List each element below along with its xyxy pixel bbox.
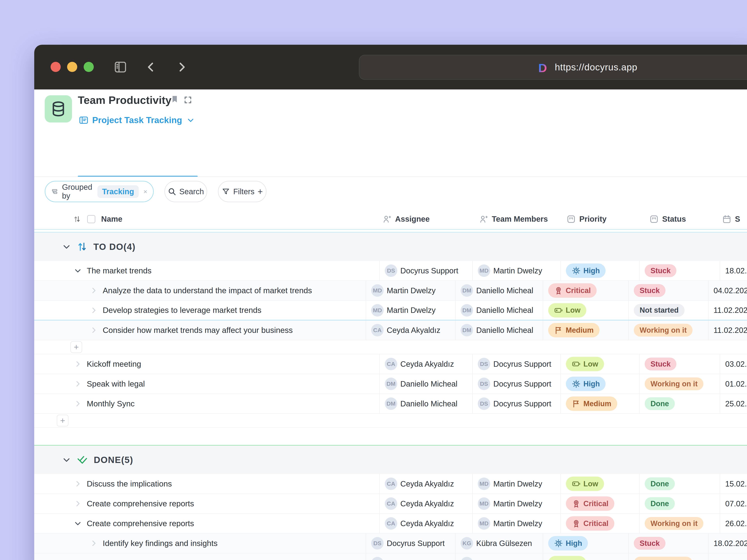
assignee-cell[interactable]: MDMartin Dwelzy: [366, 281, 455, 300]
date-cell[interactable]: 11.02.2024: [708, 320, 747, 340]
assignee-cell[interactable]: MDMartin Dwelzy: [366, 301, 455, 320]
status-cell[interactable]: Stuck: [639, 261, 720, 281]
status-cell[interactable]: Working on it: [628, 320, 708, 340]
subtask-row[interactable]: Analyze the data to understand the impac…: [34, 281, 747, 301]
filters-button[interactable]: Filters +: [218, 181, 266, 202]
date-cell[interactable]: 03.02.2024: [720, 354, 747, 374]
status-cell[interactable]: Not started: [628, 301, 708, 320]
chevron-right-icon[interactable]: [74, 500, 82, 507]
priority-cell[interactable]: Medium: [543, 320, 628, 340]
assignee-cell[interactable]: CACeyda Akyaldız: [379, 354, 472, 374]
priority-cell[interactable]: Medium: [561, 394, 639, 414]
date-cell[interactable]: 18.02.2024: [720, 261, 747, 281]
chevron-down-icon[interactable]: [74, 267, 82, 274]
subtask-row[interactable]: Identify key findings and insights DSDoc…: [34, 534, 747, 553]
add-task-button[interactable]: +: [57, 415, 69, 426]
team-cell[interactable]: DMDaniello Micheal: [455, 301, 543, 320]
team-cell[interactable]: MDMartin Dwelzy: [472, 514, 561, 533]
status-cell[interactable]: Done: [639, 394, 720, 414]
team-cell[interactable]: DMDaniello Micheal: [455, 281, 543, 300]
date-cell[interactable]: 27.02.2024: [708, 553, 747, 560]
task-row[interactable]: The market trends DSDocyrus Support MDMa…: [34, 261, 747, 281]
address-bar[interactable]: D https://docyrus.app: [359, 55, 747, 80]
team-cell[interactable]: DMDaniello Micheal: [455, 320, 543, 340]
status-cell[interactable]: Working on it: [639, 374, 720, 394]
assignee-cell[interactable]: CACeyda Akyaldız: [379, 494, 472, 513]
view-tab-project-task-tracking[interactable]: Project Task Tracking: [79, 115, 195, 125]
add-filter-icon[interactable]: +: [258, 187, 263, 196]
remove-grouping-icon[interactable]: ×: [144, 188, 147, 195]
fullscreen-icon[interactable]: [184, 96, 192, 105]
sort-icon[interactable]: [73, 209, 81, 229]
date-cell[interactable]: 18.02.2024: [708, 534, 747, 553]
date-cell[interactable]: 07.02.2024: [720, 494, 747, 513]
priority-cell[interactable]: High: [561, 374, 639, 394]
close-window-button[interactable]: [51, 62, 61, 72]
task-row[interactable]: Create comprehensive reports CACeyda Aky…: [34, 514, 747, 534]
assignee-cell[interactable]: DSDocyrus Support: [366, 553, 455, 560]
priority-cell[interactable]: Critical: [561, 494, 639, 513]
column-header-priority[interactable]: Priority: [566, 209, 607, 229]
team-cell[interactable]: DSDocyrus Support: [472, 394, 561, 414]
team-cell[interactable]: KGKübra Gülsezen: [455, 553, 543, 560]
bookmark-icon[interactable]: [171, 95, 179, 104]
priority-cell[interactable]: Critical: [561, 514, 639, 533]
maximize-window-button[interactable]: [84, 62, 94, 72]
assignee-cell[interactable]: DMDaniello Micheal: [379, 374, 472, 394]
priority-cell[interactable]: Low: [543, 553, 628, 560]
column-header-status[interactable]: Status: [649, 209, 686, 229]
priority-cell[interactable]: Low: [543, 301, 628, 320]
column-header-team-members[interactable]: Team Members: [479, 209, 548, 229]
chevron-right-icon[interactable]: [74, 360, 82, 368]
assignee-cell[interactable]: DSDocyrus Support: [379, 261, 472, 281]
back-icon[interactable]: [144, 61, 157, 74]
team-cell[interactable]: KGKübra Gülsezen: [455, 534, 543, 553]
select-all-checkbox[interactable]: [87, 209, 95, 229]
date-cell[interactable]: 01.02.2024: [720, 374, 747, 394]
chevron-right-icon[interactable]: [74, 380, 82, 388]
chevron-right-icon[interactable]: [90, 559, 98, 560]
task-row[interactable]: Kickoff meeting CACeyda Akyaldız DSDocyr…: [34, 354, 747, 374]
add-subtask-button[interactable]: +: [71, 341, 82, 353]
subtask-row[interactable]: Consider how market trends may affect yo…: [34, 320, 747, 340]
status-cell[interactable]: Working on it: [639, 514, 720, 533]
sidebar-toggle-icon[interactable]: [113, 60, 127, 75]
column-header-assignee[interactable]: Assignee: [382, 209, 430, 229]
team-cell[interactable]: DSDocyrus Support: [472, 374, 561, 394]
subtask-row-selected[interactable]: Develop strategies to leverage market tr…: [34, 301, 747, 320]
collapse-group-icon[interactable]: [62, 456, 71, 464]
status-cell[interactable]: Stuck: [628, 534, 708, 553]
priority-cell[interactable]: Low: [561, 354, 639, 374]
date-cell[interactable]: 11.02.2024: [708, 301, 747, 320]
chevron-down-icon[interactable]: [74, 519, 82, 527]
collapse-group-icon[interactable]: [62, 242, 71, 251]
group-header-done[interactable]: DONE(5): [34, 446, 747, 474]
grouped-by-value[interactable]: Tracking: [98, 185, 139, 198]
status-cell[interactable]: Working on it: [628, 553, 708, 560]
priority-cell[interactable]: Critical: [543, 281, 628, 300]
task-row[interactable]: Create comprehensive reports CACeyda Aky…: [34, 494, 747, 514]
chevron-right-icon[interactable]: [90, 306, 98, 314]
chevron-right-icon[interactable]: [74, 480, 82, 488]
status-cell[interactable]: Done: [639, 494, 720, 513]
task-row[interactable]: Monthly Sync DMDaniello Micheal DSDocyru…: [34, 394, 747, 414]
assignee-cell[interactable]: CACeyda Akyaldız: [379, 514, 472, 533]
grouped-by-chip[interactable]: Grouped by Tracking ×: [45, 181, 154, 202]
team-cell[interactable]: MDMartin Dwelzy: [472, 474, 561, 494]
assignee-cell[interactable]: CACeyda Akyaldız: [366, 320, 455, 340]
priority-cell[interactable]: High: [561, 261, 639, 281]
date-cell[interactable]: 15.02.2024: [720, 474, 747, 494]
assignee-cell[interactable]: DSDocyrus Support: [366, 534, 455, 553]
date-cell[interactable]: 25.02.2024: [720, 394, 747, 414]
team-cell[interactable]: MDMartin Dwelzy: [472, 261, 561, 281]
minimize-window-button[interactable]: [67, 62, 77, 72]
status-cell[interactable]: Stuck: [639, 354, 720, 374]
chevron-right-icon[interactable]: [90, 539, 98, 547]
forward-icon[interactable]: [176, 61, 188, 74]
date-cell[interactable]: 26.02.2024: [720, 514, 747, 533]
date-cell[interactable]: 04.02.2024: [708, 281, 747, 300]
subtask-row[interactable]: Organize information into a report forma…: [34, 553, 747, 560]
search-button[interactable]: Search: [164, 181, 207, 202]
priority-cell[interactable]: Low: [561, 474, 639, 494]
status-cell[interactable]: Stuck: [628, 281, 708, 300]
